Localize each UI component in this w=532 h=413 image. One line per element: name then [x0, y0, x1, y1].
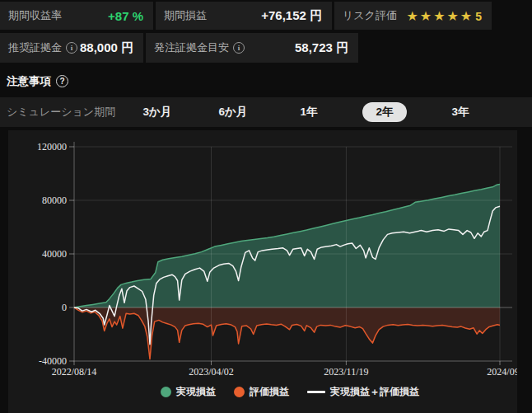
pl-simulation-chart[interactable]: 12000080000400000-400002022/08/142023/04… — [8, 130, 517, 379]
tab-2years[interactable]: 2年 — [347, 102, 422, 122]
info-icon[interactable]: i — [233, 42, 245, 54]
svg-text:2024/09/03: 2024/09/03 — [487, 366, 517, 378]
realized-pl-dot-icon — [161, 387, 171, 397]
star-icons: ★★★★★ — [406, 9, 474, 23]
order-margin-value: 58,723 円 — [295, 40, 348, 56]
svg-text:120000: 120000 — [37, 141, 67, 153]
svg-text:2023/11/19: 2023/11/19 — [324, 366, 368, 378]
help-icon[interactable]: ? — [56, 75, 68, 87]
simulation-period-selector: シミュレーション期間 3か月 6か月 1年 2年 3年 — [0, 97, 532, 127]
svg-text:80000: 80000 — [42, 195, 67, 206]
period-return-value: +87 % — [108, 9, 143, 23]
period-return-label: 期間収益率 — [8, 8, 62, 23]
svg-text:-40000: -40000 — [39, 355, 67, 367]
period-pl-label: 期間損益 — [164, 8, 207, 23]
recommended-margin-cell: 推奨証拠金 i 88,000 円 — [0, 33, 143, 63]
risk-score: 5 — [475, 10, 482, 23]
order-margin-label: 発注証拠金目安 — [154, 40, 229, 55]
info-icon[interactable]: i — [66, 42, 77, 54]
legend-item-total-pl[interactable]: 実現損益＋評価損益 — [307, 385, 419, 399]
svg-text:2022/08/14: 2022/08/14 — [52, 366, 97, 378]
notice-title: 注意事項 — [7, 74, 51, 89]
tab-3months[interactable]: 3か月 — [119, 102, 195, 122]
simulation-period-label: シミュレーション期間 — [7, 105, 119, 120]
notice-row: 注意事項 ? — [0, 63, 532, 89]
period-pl-value: +76,152 円 — [261, 8, 322, 24]
total-pl-line-icon — [307, 391, 325, 393]
svg-text:0: 0 — [62, 302, 67, 313]
tab-3years[interactable]: 3年 — [422, 102, 498, 122]
recommended-margin-label: 推奨証拠金 — [8, 40, 62, 55]
pl-chart-panel: 12000080000400000-400002022/08/142023/04… — [8, 130, 517, 413]
risk-rating-label: リスク評価 — [343, 8, 397, 23]
legend-item-valuation-pl[interactable]: 評価損益 — [234, 385, 289, 399]
valuation-pl-dot-icon — [234, 387, 245, 397]
svg-text:2023/04/02: 2023/04/02 — [189, 366, 234, 378]
recommended-margin-value: 88,000 円 — [80, 40, 133, 56]
tab-6months[interactable]: 6か月 — [195, 102, 271, 122]
order-margin-cell: 発注証拠金目安 i 58,723 円 — [146, 33, 358, 63]
period-pl-cell: 期間損益 +76,152 円 — [156, 2, 332, 30]
risk-rating-cell: リスク評価 ★★★★★5 — [334, 2, 492, 30]
risk-star-rating: ★★★★★5 — [406, 8, 482, 24]
svg-text:40000: 40000 — [42, 248, 67, 260]
legend-item-realized-pl[interactable]: 実現損益 — [161, 385, 216, 399]
tab-1year[interactable]: 1年 — [271, 102, 347, 122]
period-return-cell: 期間収益率 +87 % — [0, 2, 153, 30]
chart-legend: 実現損益 評価損益 実現損益＋評価損益 — [71, 382, 509, 401]
stats-row-1: 期間収益率 +87 % 期間損益 +76,152 円 リスク評価 ★★★★★5 — [0, 2, 532, 30]
stats-row-2: 推奨証拠金 i 88,000 円 発注証拠金目安 i 58,723 円 — [0, 33, 532, 63]
